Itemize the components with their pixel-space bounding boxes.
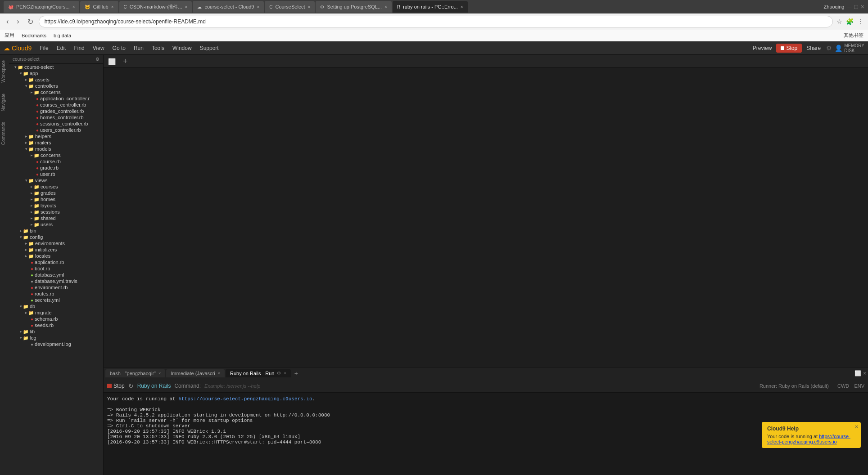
tree-item[interactable]: ▾📁models: [9, 146, 103, 152]
tree-item[interactable]: ●boot.rb: [9, 265, 103, 272]
terminal-tab-rails[interactable]: Ruby on Rails - Run ⚙ ×: [226, 369, 291, 377]
tree-item[interactable]: ▾📁views: [9, 177, 103, 184]
browser-tab-5[interactable]: C CourseSelect ×: [265, 1, 315, 13]
browser-tab-7[interactable]: R ruby on rails - PG::Erro... ×: [393, 1, 468, 13]
tree-item[interactable]: ●application_controller.r: [9, 95, 103, 102]
tree-item[interactable]: ▾📁course-select: [9, 64, 103, 70]
ide-settings-icon[interactable]: ⚙: [825, 44, 833, 53]
editor-new-tab-icon[interactable]: +: [120, 56, 131, 67]
menu-goto[interactable]: Go to: [109, 43, 129, 53]
tree-item[interactable]: ●homes_controller.rb: [9, 114, 103, 121]
close-icon[interactable]: ×: [861, 3, 864, 10]
tree-item[interactable]: ▸📁initializers: [9, 246, 103, 253]
tree-item[interactable]: ▸📁mailers: [9, 139, 103, 146]
tab-close-7[interactable]: ×: [461, 4, 463, 9]
tree-item[interactable]: ▸📁layouts: [9, 202, 103, 209]
tree-item[interactable]: ▾📁controllers: [9, 83, 103, 89]
menu-view[interactable]: View: [89, 43, 108, 53]
tree-item[interactable]: ●grade.rb: [9, 165, 103, 171]
terminal-close-icon[interactable]: ×: [863, 370, 866, 376]
tab-close-2[interactable]: ×: [111, 4, 114, 9]
menu-tools[interactable]: Tools: [148, 43, 168, 53]
tree-item[interactable]: ●seeds.rb: [9, 322, 103, 328]
tree-item[interactable]: ●routes.rb: [9, 291, 103, 297]
tree-item[interactable]: ●users_controller.rb: [9, 127, 103, 133]
terminal-maximize-icon[interactable]: ⬜: [854, 370, 861, 376]
editor-split-icon[interactable]: ⬜: [105, 57, 118, 66]
tree-item[interactable]: ▾📁config: [9, 234, 103, 240]
tree-item[interactable]: ▸📁sessions: [9, 209, 103, 215]
terminal-tab-bash-close[interactable]: ×: [158, 371, 161, 376]
tree-item[interactable]: ●courses_controller.rb: [9, 102, 103, 108]
tree-item[interactable]: ●sessions_controller.rb: [9, 121, 103, 127]
help-close-button[interactable]: ×: [855, 424, 858, 430]
extension-icon[interactable]: 🧩: [845, 17, 854, 26]
bookmark-star-icon[interactable]: ☆: [836, 17, 843, 26]
tree-item[interactable]: ●database.yml.travis: [9, 278, 103, 284]
tree-item[interactable]: ▸📁grades: [9, 190, 103, 196]
settings-icon[interactable]: ⋮: [856, 17, 864, 26]
tree-item[interactable]: ▸📁users: [9, 221, 103, 228]
browser-tab-1[interactable]: 🐙 PENGZhaoqing/Cours... ×: [4, 1, 79, 13]
maximize-icon[interactable]: □: [854, 3, 858, 10]
navigate-label[interactable]: Navigate: [0, 88, 9, 117]
terminal-runner-label[interactable]: Ruby on Rails: [137, 383, 171, 389]
tab-close-1[interactable]: ×: [72, 4, 75, 9]
terminal-new-tab-button[interactable]: +: [292, 369, 301, 378]
forward-button[interactable]: ›: [14, 17, 22, 27]
tree-item[interactable]: ●environment.rb: [9, 284, 103, 291]
stop-button[interactable]: Stop: [776, 44, 802, 53]
terminal-tab-bash[interactable]: bash - "pengzhaoqir" ×: [105, 369, 165, 377]
bigdata-bookmark[interactable]: big data: [54, 33, 71, 38]
tree-item[interactable]: ●course.rb: [9, 158, 103, 165]
tree-item[interactable]: ▸📁shared: [9, 215, 103, 221]
tree-item[interactable]: ▸📁concerns: [9, 89, 103, 95]
tree-item[interactable]: ▸📁helpers: [9, 133, 103, 139]
workspace-label[interactable]: Workspace: [0, 55, 9, 88]
tree-item[interactable]: ▾📁db: [9, 303, 103, 309]
browser-tab-4[interactable]: ☁ course-select - Cloud9 ×: [193, 1, 264, 13]
tab-close-3[interactable]: ×: [185, 4, 188, 9]
tree-item[interactable]: ▸📁locales: [9, 253, 103, 259]
tree-item[interactable]: ●database.yml: [9, 272, 103, 278]
other-bookmarks[interactable]: 其他书签: [844, 32, 863, 39]
bookmarks-folder[interactable]: Bookmarks: [22, 33, 46, 38]
terminal-tab-immediate[interactable]: Immediate (Javascri ×: [166, 369, 225, 377]
tree-item[interactable]: ●development.log: [9, 341, 103, 347]
tree-item[interactable]: ▸📁concerns: [9, 152, 103, 158]
minimize-icon[interactable]: ─: [847, 3, 851, 10]
terminal-refresh-icon[interactable]: ↻: [128, 382, 134, 390]
tree-item[interactable]: ●grades_controller.rb: [9, 108, 103, 114]
menu-find[interactable]: Find: [70, 43, 88, 53]
tab-close-5[interactable]: ×: [308, 4, 311, 9]
commands-label[interactable]: Commands: [0, 117, 9, 150]
file-tree-settings-icon[interactable]: ⚙: [95, 57, 99, 62]
tab-close-4[interactable]: ×: [257, 4, 259, 9]
menu-file[interactable]: File: [36, 43, 52, 53]
terminal-stop-label[interactable]: Stop: [113, 383, 125, 389]
menu-run[interactable]: Run: [130, 43, 147, 53]
share-button[interactable]: Share: [803, 44, 824, 53]
tree-item[interactable]: ●schema.rb: [9, 316, 103, 322]
preview-button[interactable]: Preview: [749, 44, 776, 53]
tree-item[interactable]: ▾📁app: [9, 70, 103, 76]
tree-item[interactable]: ▸📁homes: [9, 196, 103, 202]
terminal-url[interactable]: https://course-select-pengzhaoqing.c9use…: [178, 396, 312, 402]
menu-support[interactable]: Support: [196, 43, 222, 53]
tree-item[interactable]: ▸📁environments: [9, 240, 103, 246]
browser-tab-3[interactable]: C CSDN-markdown插件... ×: [119, 1, 192, 13]
tab-close-6[interactable]: ×: [384, 4, 387, 9]
browser-tab-6[interactable]: ⚙ Setting up PostgreSQL... ×: [316, 1, 392, 13]
address-bar[interactable]: [39, 16, 833, 27]
tree-item[interactable]: ▾📁log: [9, 335, 103, 341]
tree-item[interactable]: ▸📁bin: [9, 228, 103, 234]
tree-item[interactable]: ▸📁migrate: [9, 309, 103, 316]
tree-item[interactable]: ▸📁courses: [9, 184, 103, 190]
reload-button[interactable]: ↻: [25, 17, 36, 27]
tree-item[interactable]: ▸📁assets: [9, 76, 103, 83]
browser-tab-2[interactable]: 🐱 GitHub ×: [80, 1, 118, 13]
terminal-tab-rails-close[interactable]: ×: [284, 371, 286, 376]
tree-item[interactable]: ●user.rb: [9, 171, 103, 177]
back-button[interactable]: ‹: [4, 17, 11, 27]
menu-window[interactable]: Window: [169, 43, 195, 53]
